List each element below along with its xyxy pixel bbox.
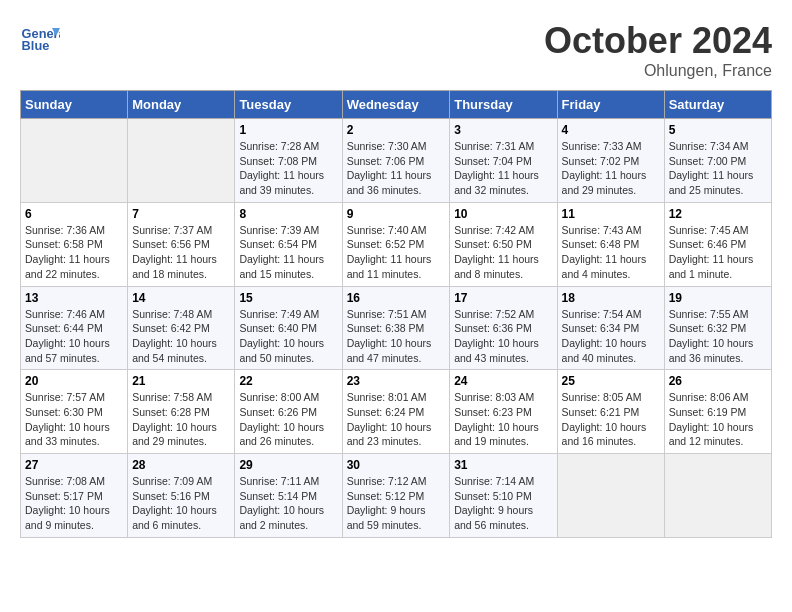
calendar-cell: 19Sunrise: 7:55 AMSunset: 6:32 PMDayligh… (664, 286, 771, 370)
day-number: 1 (239, 123, 337, 137)
day-info: Sunrise: 7:55 AMSunset: 6:32 PMDaylight:… (669, 307, 767, 366)
calendar-cell: 28Sunrise: 7:09 AMSunset: 5:16 PMDayligh… (128, 454, 235, 538)
day-number: 8 (239, 207, 337, 221)
day-number: 4 (562, 123, 660, 137)
calendar-cell (664, 454, 771, 538)
calendar-cell: 5Sunrise: 7:34 AMSunset: 7:00 PMDaylight… (664, 119, 771, 203)
calendar-cell: 2Sunrise: 7:30 AMSunset: 7:06 PMDaylight… (342, 119, 450, 203)
calendar-cell: 14Sunrise: 7:48 AMSunset: 6:42 PMDayligh… (128, 286, 235, 370)
day-info: Sunrise: 7:28 AMSunset: 7:08 PMDaylight:… (239, 139, 337, 198)
calendar-week-row: 27Sunrise: 7:08 AMSunset: 5:17 PMDayligh… (21, 454, 772, 538)
calendar-cell: 20Sunrise: 7:57 AMSunset: 6:30 PMDayligh… (21, 370, 128, 454)
logo-icon: General Blue (20, 20, 60, 60)
logo: General Blue (20, 20, 65, 60)
day-info: Sunrise: 8:06 AMSunset: 6:19 PMDaylight:… (669, 390, 767, 449)
calendar-cell: 25Sunrise: 8:05 AMSunset: 6:21 PMDayligh… (557, 370, 664, 454)
calendar-cell: 29Sunrise: 7:11 AMSunset: 5:14 PMDayligh… (235, 454, 342, 538)
day-info: Sunrise: 7:48 AMSunset: 6:42 PMDaylight:… (132, 307, 230, 366)
calendar-header: SundayMondayTuesdayWednesdayThursdayFrid… (21, 91, 772, 119)
day-info: Sunrise: 7:11 AMSunset: 5:14 PMDaylight:… (239, 474, 337, 533)
calendar-cell: 30Sunrise: 7:12 AMSunset: 5:12 PMDayligh… (342, 454, 450, 538)
weekday-header: Monday (128, 91, 235, 119)
calendar-cell: 8Sunrise: 7:39 AMSunset: 6:54 PMDaylight… (235, 202, 342, 286)
day-info: Sunrise: 7:08 AMSunset: 5:17 PMDaylight:… (25, 474, 123, 533)
weekday-header: Wednesday (342, 91, 450, 119)
day-info: Sunrise: 8:01 AMSunset: 6:24 PMDaylight:… (347, 390, 446, 449)
day-number: 28 (132, 458, 230, 472)
day-info: Sunrise: 7:58 AMSunset: 6:28 PMDaylight:… (132, 390, 230, 449)
svg-text:Blue: Blue (22, 38, 50, 53)
day-info: Sunrise: 7:52 AMSunset: 6:36 PMDaylight:… (454, 307, 552, 366)
calendar-cell: 7Sunrise: 7:37 AMSunset: 6:56 PMDaylight… (128, 202, 235, 286)
day-number: 7 (132, 207, 230, 221)
day-info: Sunrise: 8:03 AMSunset: 6:23 PMDaylight:… (454, 390, 552, 449)
day-number: 2 (347, 123, 446, 137)
day-info: Sunrise: 7:12 AMSunset: 5:12 PMDaylight:… (347, 474, 446, 533)
calendar-cell (21, 119, 128, 203)
day-number: 12 (669, 207, 767, 221)
day-number: 21 (132, 374, 230, 388)
day-info: Sunrise: 7:31 AMSunset: 7:04 PMDaylight:… (454, 139, 552, 198)
day-number: 20 (25, 374, 123, 388)
calendar-cell: 13Sunrise: 7:46 AMSunset: 6:44 PMDayligh… (21, 286, 128, 370)
day-info: Sunrise: 7:36 AMSunset: 6:58 PMDaylight:… (25, 223, 123, 282)
day-info: Sunrise: 7:40 AMSunset: 6:52 PMDaylight:… (347, 223, 446, 282)
day-info: Sunrise: 7:57 AMSunset: 6:30 PMDaylight:… (25, 390, 123, 449)
day-number: 22 (239, 374, 337, 388)
calendar-table: SundayMondayTuesdayWednesdayThursdayFrid… (20, 90, 772, 538)
calendar-cell: 6Sunrise: 7:36 AMSunset: 6:58 PMDaylight… (21, 202, 128, 286)
day-info: Sunrise: 7:14 AMSunset: 5:10 PMDaylight:… (454, 474, 552, 533)
day-number: 9 (347, 207, 446, 221)
day-info: Sunrise: 7:54 AMSunset: 6:34 PMDaylight:… (562, 307, 660, 366)
calendar-cell: 9Sunrise: 7:40 AMSunset: 6:52 PMDaylight… (342, 202, 450, 286)
day-number: 6 (25, 207, 123, 221)
day-number: 18 (562, 291, 660, 305)
day-info: Sunrise: 7:34 AMSunset: 7:00 PMDaylight:… (669, 139, 767, 198)
day-info: Sunrise: 7:42 AMSunset: 6:50 PMDaylight:… (454, 223, 552, 282)
day-number: 29 (239, 458, 337, 472)
month-title: October 2024 (544, 20, 772, 62)
day-info: Sunrise: 7:30 AMSunset: 7:06 PMDaylight:… (347, 139, 446, 198)
calendar-cell: 12Sunrise: 7:45 AMSunset: 6:46 PMDayligh… (664, 202, 771, 286)
day-info: Sunrise: 7:43 AMSunset: 6:48 PMDaylight:… (562, 223, 660, 282)
calendar-cell: 24Sunrise: 8:03 AMSunset: 6:23 PMDayligh… (450, 370, 557, 454)
day-number: 30 (347, 458, 446, 472)
calendar-cell: 17Sunrise: 7:52 AMSunset: 6:36 PMDayligh… (450, 286, 557, 370)
location: Ohlungen, France (544, 62, 772, 80)
day-number: 5 (669, 123, 767, 137)
day-info: Sunrise: 7:49 AMSunset: 6:40 PMDaylight:… (239, 307, 337, 366)
weekday-header: Tuesday (235, 91, 342, 119)
weekday-header: Saturday (664, 91, 771, 119)
day-info: Sunrise: 7:39 AMSunset: 6:54 PMDaylight:… (239, 223, 337, 282)
day-number: 17 (454, 291, 552, 305)
day-number: 31 (454, 458, 552, 472)
day-info: Sunrise: 8:00 AMSunset: 6:26 PMDaylight:… (239, 390, 337, 449)
day-number: 3 (454, 123, 552, 137)
calendar-cell: 10Sunrise: 7:42 AMSunset: 6:50 PMDayligh… (450, 202, 557, 286)
calendar-cell (128, 119, 235, 203)
calendar-cell: 26Sunrise: 8:06 AMSunset: 6:19 PMDayligh… (664, 370, 771, 454)
calendar-cell: 21Sunrise: 7:58 AMSunset: 6:28 PMDayligh… (128, 370, 235, 454)
day-info: Sunrise: 7:37 AMSunset: 6:56 PMDaylight:… (132, 223, 230, 282)
weekday-header: Friday (557, 91, 664, 119)
calendar-cell: 3Sunrise: 7:31 AMSunset: 7:04 PMDaylight… (450, 119, 557, 203)
day-info: Sunrise: 7:45 AMSunset: 6:46 PMDaylight:… (669, 223, 767, 282)
day-number: 19 (669, 291, 767, 305)
weekday-header: Thursday (450, 91, 557, 119)
calendar-cell: 1Sunrise: 7:28 AMSunset: 7:08 PMDaylight… (235, 119, 342, 203)
day-number: 16 (347, 291, 446, 305)
calendar-cell (557, 454, 664, 538)
calendar-week-row: 1Sunrise: 7:28 AMSunset: 7:08 PMDaylight… (21, 119, 772, 203)
calendar-cell: 4Sunrise: 7:33 AMSunset: 7:02 PMDaylight… (557, 119, 664, 203)
day-info: Sunrise: 7:46 AMSunset: 6:44 PMDaylight:… (25, 307, 123, 366)
day-number: 13 (25, 291, 123, 305)
calendar-body: 1Sunrise: 7:28 AMSunset: 7:08 PMDaylight… (21, 119, 772, 538)
calendar-cell: 23Sunrise: 8:01 AMSunset: 6:24 PMDayligh… (342, 370, 450, 454)
day-number: 26 (669, 374, 767, 388)
weekday-header: Sunday (21, 91, 128, 119)
calendar-cell: 16Sunrise: 7:51 AMSunset: 6:38 PMDayligh… (342, 286, 450, 370)
weekday-row: SundayMondayTuesdayWednesdayThursdayFrid… (21, 91, 772, 119)
calendar-week-row: 13Sunrise: 7:46 AMSunset: 6:44 PMDayligh… (21, 286, 772, 370)
calendar-cell: 15Sunrise: 7:49 AMSunset: 6:40 PMDayligh… (235, 286, 342, 370)
day-number: 14 (132, 291, 230, 305)
